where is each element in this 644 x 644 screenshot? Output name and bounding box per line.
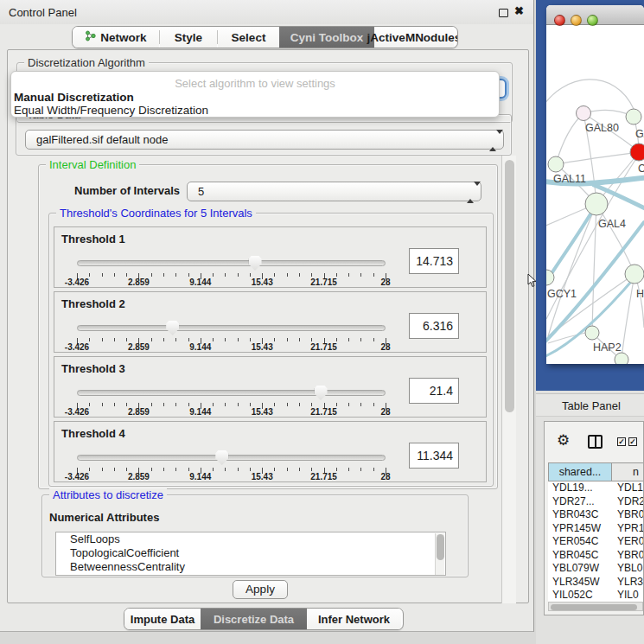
shared-name-cell: YBL079W [548, 562, 614, 576]
table-row[interactable]: YBR043CYBR0 [548, 508, 644, 522]
numerical-attributes-list[interactable]: SelfLoopsTopologicalCoefficientBetweenne… [55, 532, 446, 576]
algorithm-option-equal-width[interactable]: Equal Width/Frequency Discretization [14, 104, 208, 117]
tab-label: Infer Network [318, 613, 390, 626]
HAP2-node[interactable] [585, 326, 599, 340]
minor-tick [213, 403, 214, 406]
tick-label: 21.715 [310, 472, 337, 481]
tick-label: 21.715 [310, 277, 337, 287]
threshold-value-field[interactable]: 6.316 [409, 313, 459, 339]
minor-tick [126, 468, 127, 471]
table-hscrollbar[interactable] [548, 602, 643, 611]
minor-tick [274, 403, 275, 406]
minor-tick [274, 273, 275, 277]
threshold-label: Threshold 3 [61, 362, 125, 375]
minor-tick [126, 273, 127, 277]
tab-select[interactable]: Select [218, 27, 279, 48]
algorithm-option-manual[interactable]: Manual Discretization [14, 91, 134, 104]
tab-impute-data[interactable]: Impute Data [124, 609, 201, 629]
panel-scrollbar[interactable] [501, 156, 516, 603]
bottom-node[interactable] [615, 353, 628, 364]
attributes-scrollbar[interactable] [435, 533, 444, 575]
tab-cyni-toolbox[interactable]: Cyni Toolbox [279, 27, 374, 48]
table-data-combo[interactable]: galFiltered.sif default node [25, 130, 504, 150]
slider-handle[interactable] [315, 386, 328, 400]
GAL3-node[interactable] [626, 109, 641, 124]
network-edge [556, 152, 639, 164]
GAL4-node[interactable] [585, 193, 608, 215]
tab-infer-network[interactable]: Infer Network [307, 609, 401, 629]
float-window-icon[interactable] [499, 9, 508, 17]
threshold-row: Threshold 1-3.4262.8599.14415.4321.71528… [54, 226, 487, 288]
tick-label: 9.144 [189, 407, 211, 417]
tick-label: 21.715 [310, 407, 337, 417]
number-of-intervals-value: 5 [198, 185, 204, 198]
table-row[interactable]: YER054CYER0 [548, 535, 644, 549]
column-layout-icon[interactable] [588, 435, 603, 449]
apply-button[interactable]: Apply [233, 580, 288, 599]
table-row[interactable]: YBR045CYBR0 [548, 549, 644, 563]
GAL11-node[interactable] [548, 156, 564, 172]
scrollbar-thumb[interactable] [437, 534, 444, 560]
minor-tick [250, 338, 251, 341]
tab-discretize-data[interactable]: Discretize Data [201, 609, 307, 629]
tab-network[interactable]: Network [73, 27, 159, 48]
minor-tick [114, 273, 115, 277]
shared-name-cell: YLR345W [548, 576, 614, 590]
slider-handle[interactable] [166, 321, 179, 335]
minor-tick [360, 273, 361, 277]
tab-style[interactable]: Style [160, 27, 217, 48]
threshold-value-field[interactable]: 11.344 [409, 443, 459, 469]
right-node[interactable] [625, 265, 644, 284]
network-edge-thick [546, 204, 596, 284]
table-row[interactable]: YPR145WYPR1 [548, 522, 644, 536]
minor-tick [188, 273, 189, 277]
minor-tick [299, 403, 300, 406]
slider-track[interactable] [77, 455, 386, 461]
table-row[interactable]: YBL079WYBL0 [548, 562, 644, 576]
gear-icon[interactable]: ⚙ [557, 433, 570, 448]
checkbox-checked-icon[interactable]: ✓ [617, 437, 626, 446]
network-view-frame: GAL80GACGAL11GAL4GCY1HHAP2 [536, 0, 644, 391]
slider-handle[interactable] [249, 256, 262, 271]
slider-handle[interactable] [215, 450, 228, 465]
checkbox-checked-icon[interactable]: ✓ [628, 437, 637, 446]
slider-track[interactable] [77, 390, 386, 396]
slider-track[interactable] [77, 325, 386, 331]
threshold-row: Threshold 4-3.4262.8599.14415.4321.71528… [54, 421, 487, 482]
threshold-value-field[interactable]: 21.4 [409, 378, 459, 404]
scrollbar-thumb[interactable] [505, 160, 514, 412]
column-header-shared-name[interactable]: shared... [548, 462, 612, 481]
table-row[interactable]: YIL052CYIL0 [548, 589, 644, 602]
column-header-name[interactable]: n [612, 462, 644, 481]
attribute-list-item[interactable]: TopologicalCoefficient [56, 546, 445, 560]
scrollbar-thumb[interactable] [551, 604, 637, 610]
tick-label: 9.144 [189, 342, 211, 352]
selected-red-node[interactable] [630, 143, 644, 161]
combo-arrows-icon [489, 134, 497, 147]
slider-track[interactable] [77, 260, 386, 266]
network-canvas[interactable]: GAL80GACGAL11GAL4GCY1HHAP2 [546, 25, 644, 364]
network-window-titlebar [546, 5, 644, 25]
threshold-value-field[interactable]: 14.713 [409, 248, 459, 274]
network-window[interactable]: GAL80GACGAL11GAL4GCY1HHAP2 [546, 5, 644, 364]
attribute-list-item[interactable]: SelfLoops [56, 532, 445, 546]
number-of-intervals-combo[interactable]: 5 [187, 182, 481, 201]
GAL80-node[interactable] [577, 106, 591, 121]
table-row[interactable]: YDR27...YDR2 [548, 495, 644, 509]
minor-tick [360, 403, 361, 406]
minor-tick [287, 273, 288, 277]
minor-tick [151, 338, 152, 341]
table-rows[interactable]: YDL19...YDL1YDR27...YDR2YBR043CYBR0YPR14… [548, 481, 644, 602]
node-label: H [636, 288, 644, 300]
attribute-list-item[interactable]: BetweennessCentrality [56, 560, 445, 574]
table-row[interactable]: YLR345WYLR3 [548, 576, 644, 590]
node-label: GCY1 [547, 288, 577, 300]
close-icon[interactable]: ✖ [514, 4, 524, 17]
table-row[interactable]: YDL19...YDL1 [548, 481, 644, 495]
minor-tick [225, 273, 226, 277]
minor-tick [163, 403, 164, 406]
minor-tick [213, 338, 214, 341]
tab-jactivemnodules[interactable]: jActiveMNodules [374, 27, 454, 48]
minor-tick [175, 338, 176, 341]
minor-tick [114, 468, 115, 471]
